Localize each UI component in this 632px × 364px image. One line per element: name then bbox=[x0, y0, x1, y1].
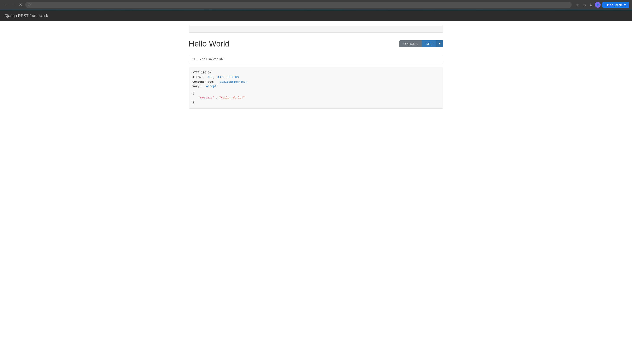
response-area: HTTP 200 OK Allow: GET, HEAD, OPTIONS Co… bbox=[189, 67, 443, 108]
finish-update-dropdown-icon: ▼ bbox=[623, 3, 626, 6]
loading-bar-fill bbox=[0, 10, 632, 10]
response-value: "Hello, World!" bbox=[219, 96, 245, 99]
bookmark-icon[interactable]: ☆ bbox=[575, 2, 580, 8]
response-body-row: "message" : "Hello, World!" bbox=[192, 96, 440, 100]
url-method: GET bbox=[192, 58, 198, 61]
profile-avatar[interactable]: 👤 bbox=[595, 2, 601, 8]
cast-icon[interactable]: ▭ bbox=[582, 2, 587, 8]
reload-button[interactable]: ✕ bbox=[18, 2, 24, 8]
options-button[interactable]: OPTIONS bbox=[399, 40, 422, 47]
url-display: GET /hello/world/ bbox=[189, 55, 443, 63]
download-icon[interactable]: ⇓ bbox=[588, 2, 593, 8]
nav-buttons: ← → ✕ bbox=[3, 2, 24, 8]
response-blank-line bbox=[192, 89, 440, 91]
browser-chrome: ← → ✕ ⓘ hello.zango.com:8000/hello/world… bbox=[0, 0, 632, 10]
drf-navbar: Django REST framework bbox=[0, 10, 632, 21]
allow-get-link[interactable]: GET bbox=[208, 76, 213, 79]
content-type-link[interactable]: application/json bbox=[220, 80, 247, 84]
address-bar: ⓘ hello.zango.com:8000/hello/world/ bbox=[25, 2, 572, 8]
response-status-line: HTTP 200 OK bbox=[192, 70, 440, 75]
vary-link[interactable]: Accept bbox=[206, 85, 216, 88]
allow-label: Allow: bbox=[192, 76, 203, 79]
get-button[interactable]: GET bbox=[422, 40, 436, 47]
main-container: Hello World OPTIONS GET ▼ GET /hello/wor… bbox=[189, 26, 443, 108]
get-dropdown-button[interactable]: ▼ bbox=[436, 40, 443, 47]
vary-label: Vary: bbox=[192, 85, 201, 88]
finish-update-label: Finish update bbox=[605, 3, 622, 6]
url-path: /hello/world/ bbox=[200, 58, 224, 61]
finish-update-button[interactable]: Finish update ▼ bbox=[602, 2, 629, 8]
response-allow-line: Allow: GET, HEAD, OPTIONS bbox=[192, 75, 440, 80]
allow-head-link[interactable]: HEAD bbox=[216, 76, 223, 79]
lock-icon: ⓘ bbox=[28, 3, 31, 7]
api-title: Hello World bbox=[189, 39, 229, 48]
back-button[interactable]: ← bbox=[3, 2, 9, 8]
forward-button[interactable]: → bbox=[10, 2, 17, 8]
drf-navbar-title: Django REST framework bbox=[5, 14, 48, 18]
loading-bar bbox=[0, 10, 632, 10]
response-body-open: { bbox=[192, 91, 440, 96]
page-content: Hello World OPTIONS GET ▼ GET /hello/wor… bbox=[0, 21, 632, 113]
allow-options-link[interactable]: OPTIONS bbox=[227, 76, 239, 79]
browser-actions: ☆ ▭ ⇓ 👤 Finish update ▼ bbox=[575, 2, 629, 8]
response-body-close: } bbox=[192, 100, 440, 105]
response-content-type-line: Content-Type: application/json bbox=[192, 80, 440, 84]
api-header: Hello World OPTIONS GET ▼ bbox=[189, 37, 443, 51]
api-actions: OPTIONS GET ▼ bbox=[399, 40, 443, 47]
http-status: HTTP 200 OK bbox=[192, 71, 211, 74]
response-key: "message" bbox=[199, 96, 214, 99]
breadcrumb-bar bbox=[189, 26, 443, 33]
content-type-label: Content-Type: bbox=[192, 80, 215, 84]
response-vary-line: Vary: Accept bbox=[192, 84, 440, 89]
url-input[interactable]: hello.zango.com:8000/hello/world/ bbox=[32, 3, 569, 6]
